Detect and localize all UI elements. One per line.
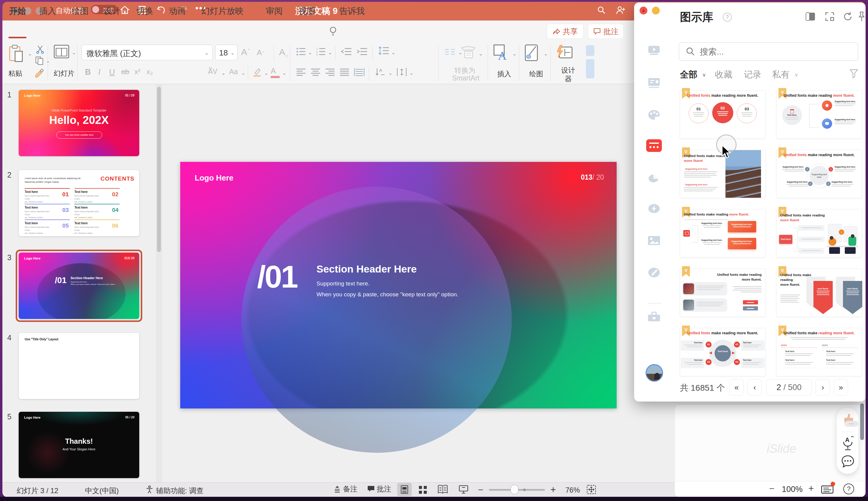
library-item-6[interactable]: V Unified fonts make readingmore fluent … [776,209,862,257]
text-direction-icon[interactable]: A [375,67,385,77]
underline-icon[interactable]: U [109,67,115,77]
change-case-caret[interactable]: ⌄ [241,70,245,76]
sticker-more-dots[interactable]: ... [845,421,858,427]
grow-font-icon[interactable]: A⌃ [241,47,251,57]
tab-transitions[interactable]: 切换 [136,6,153,17]
zoom-slider-thumb[interactable] [511,485,518,494]
paste-icon[interactable] [9,45,24,63]
next-page-button[interactable]: › [816,379,830,395]
library-search-box[interactable] [679,42,858,61]
numbered-list-icon[interactable]: 123 [316,47,326,56]
bullet-list-icon[interactable] [296,47,306,56]
collapsed-pane-tab[interactable] [586,59,594,78]
library-item-2[interactable]: V Unified fonts make reading more fluent… [776,90,862,139]
thumbnail-scrollbar-thumb[interactable] [157,87,161,252]
library-tab-history[interactable]: 记录 [744,69,761,81]
slide-thumbnail-5[interactable]: Logo Here 05 / 20 Thanks! And Your Sloga… [19,412,139,478]
character-spacing-icon[interactable]: A⃡V [208,67,217,76]
font-size-combobox[interactable]: 18 ⌄ [215,45,237,60]
filter-funnel-icon[interactable] [849,69,858,78]
distribute-text-icon[interactable] [354,67,365,77]
draw-brush-icon[interactable] [524,44,541,62]
slideshow-view-button[interactable] [459,485,468,494]
superscript-icon[interactable]: x² [135,67,140,76]
font-name-combobox[interactable]: 微软雅黑 (正文) ⌄ [82,45,213,60]
bold-icon[interactable]: B [85,67,91,77]
copy-menu-caret[interactable]: ⌄ [46,58,50,64]
library-item-8[interactable]: V Unified fonts makereadingmore fluent. … [776,269,862,317]
undo-icon[interactable] [156,5,167,15]
align-text-vertical-caret[interactable]: ⌄ [409,70,414,76]
status-language[interactable]: 中文(中国) [85,486,119,495]
rail-media-icon[interactable] [646,44,662,56]
zoom-in-button[interactable]: + [550,484,556,495]
comments-button[interactable]: 批注 [588,24,624,39]
subscript-icon[interactable]: x₂ [147,67,153,76]
normal-view-button-selected[interactable] [397,483,412,496]
slide-sorter-view-button[interactable] [418,485,427,494]
keyboard-icon[interactable] [821,485,834,494]
library-search-input[interactable] [699,45,851,58]
character-spacing-caret[interactable]: ⌄ [221,70,225,76]
notes-button[interactable]: 备注 [333,484,357,494]
rail-images-icon[interactable] [646,235,662,247]
decrease-indent-icon[interactable] [341,47,352,56]
font-color-caret[interactable]: ⌄ [282,70,286,76]
text-direction-caret[interactable]: ⌄ [388,70,393,76]
new-slide-icon[interactable] [54,45,69,58]
format-painter-icon[interactable] [34,68,45,79]
shrink-font-icon[interactable]: A⌄ [257,48,265,57]
align-right-icon[interactable] [325,68,335,76]
rail-paint-icon[interactable] [646,266,662,278]
panel-help-icon[interactable]: ? [723,13,732,22]
canvas-page-number[interactable]: 013/ 20 [581,173,604,181]
chat-assistant-icon[interactable] [841,455,855,468]
designer-icon[interactable] [555,44,573,62]
rail-toolbox-icon[interactable] [646,311,662,323]
slide-thumbnail-2[interactable]: Lorem ipsum dolor sit amet, consectetuer… [19,170,139,236]
italic-icon[interactable]: I [98,67,101,77]
tab-draw[interactable]: 绘图 [72,6,89,17]
user-avatar[interactable] [645,364,663,382]
library-tab-favorites[interactable]: 收藏 [715,69,732,81]
status-accessibility[interactable]: 辅助功能: 调查 [156,486,203,495]
columns-icon[interactable] [444,48,456,56]
slide-thumbnail-3-selected[interactable]: Logo Here 013/ 20 /01 Section Header Her… [19,253,139,319]
line-spacing-caret[interactable]: ⌄ [391,50,395,56]
last-page-button[interactable]: » [834,379,848,395]
tab-design[interactable]: 设计 [104,6,120,17]
library-tab-all[interactable]: 全部 [680,69,697,81]
align-text-vertical-icon[interactable] [397,67,407,77]
zoom-percentage[interactable]: 76% [565,486,580,494]
page-number-box[interactable]: 2/ 500 [766,379,812,395]
canvas-sub1[interactable]: Supporting text here. [317,280,458,287]
library-item-5[interactable]: V Unified fonts make reading more fluent… [680,209,765,257]
library-item-7[interactable]: V Unified fonts make readingmore fluent. [680,269,765,317]
clear-formatting-icon[interactable]: A◇ [279,47,288,58]
canvas-logo[interactable]: Logo Here [195,173,234,183]
align-center-icon[interactable] [310,68,321,76]
fit-to-window-button[interactable] [587,485,596,494]
slide-canvas[interactable]: Logo Here 013/ 20 /01 Section Header Her… [180,162,617,408]
rail-charts-icon[interactable] [646,172,662,184]
bwin-zoom-in[interactable]: + [808,483,814,494]
background-window-scrollbar[interactable] [860,403,864,440]
help-button[interactable]: ? [843,483,854,494]
rail-diagrams-icon-active[interactable] [646,139,662,152]
first-page-button[interactable]: « [729,379,744,395]
bullet-list-caret[interactable]: ⌄ [308,50,312,56]
paste-menu-caret[interactable]: ⌄ [28,51,32,57]
rail-cards-icon[interactable] [646,77,662,89]
library-item-4[interactable]: V Unified fonts make reading more fluent… [776,150,862,198]
tab-slideshow[interactable]: 幻灯片放映 [201,6,244,17]
tab-animations[interactable]: 动画 [169,6,186,17]
panel-collage-icon[interactable] [825,11,835,22]
status-slide-info[interactable]: 幻灯片 3 / 12 [17,486,58,495]
bwin-zoom-out[interactable]: − [769,483,774,494]
insert-textbox-icon[interactable]: A [493,44,510,62]
insert-caret[interactable]: ⌄ [512,51,517,57]
slide-thumbnail-1[interactable]: Logo Here 01 / 20 iSlide PowerPoint Stan… [19,90,139,156]
zoom-out-button[interactable]: − [478,485,483,495]
tab-tellme[interactable]: 告诉我 [339,6,365,17]
strikethrough-icon[interactable]: ab [121,67,129,76]
